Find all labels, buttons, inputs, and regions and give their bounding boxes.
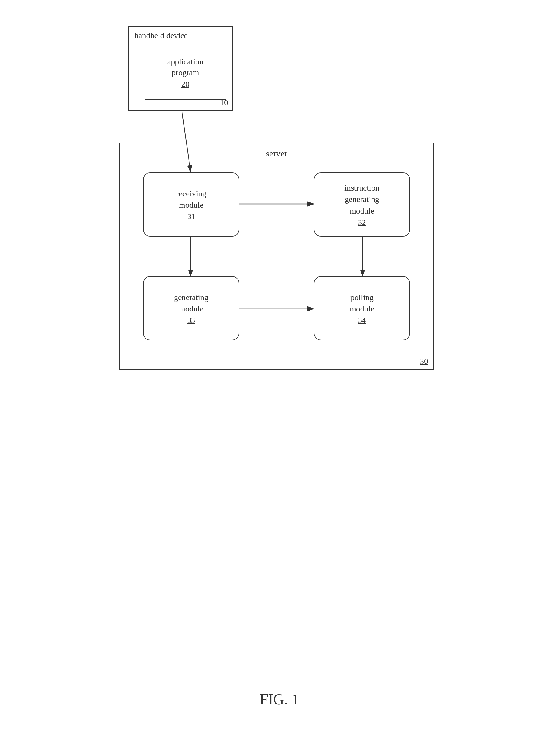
server-label: server bbox=[266, 148, 287, 159]
handheld-device-label: handheld device bbox=[134, 31, 188, 40]
instruction-generating-module-number: 32 bbox=[358, 218, 366, 227]
diagram-container: handheld device applicationprogram 20 10… bbox=[119, 18, 440, 717]
polling-module-label: pollingmodule bbox=[350, 292, 374, 314]
app-program-box: applicationprogram 20 bbox=[144, 46, 226, 100]
handheld-device-box: handheld device applicationprogram 20 10 bbox=[128, 26, 233, 111]
app-program-label: applicationprogram bbox=[167, 56, 203, 78]
polling-module-number: 34 bbox=[358, 316, 366, 325]
instruction-generating-module-box: instructiongeneratingmodule 32 bbox=[314, 173, 410, 236]
generating-module-number: 33 bbox=[187, 316, 195, 325]
receiving-module-box: receivingmodule 31 bbox=[143, 173, 239, 236]
generating-module-label: generatingmodule bbox=[174, 292, 208, 314]
figure-label: FIG. 1 bbox=[260, 691, 299, 708]
server-number: 30 bbox=[420, 357, 428, 366]
receiving-module-label: receivingmodule bbox=[176, 188, 206, 211]
server-box: server receivingmodule 31 instructiongen… bbox=[119, 143, 434, 370]
app-program-number: 20 bbox=[181, 79, 189, 89]
polling-module-box: pollingmodule 34 bbox=[314, 276, 410, 340]
receiving-module-number: 31 bbox=[187, 212, 195, 221]
instruction-generating-module-label: instructiongeneratingmodule bbox=[344, 182, 379, 216]
generating-module-box: generatingmodule 33 bbox=[143, 276, 239, 340]
handheld-device-number: 10 bbox=[220, 98, 228, 107]
